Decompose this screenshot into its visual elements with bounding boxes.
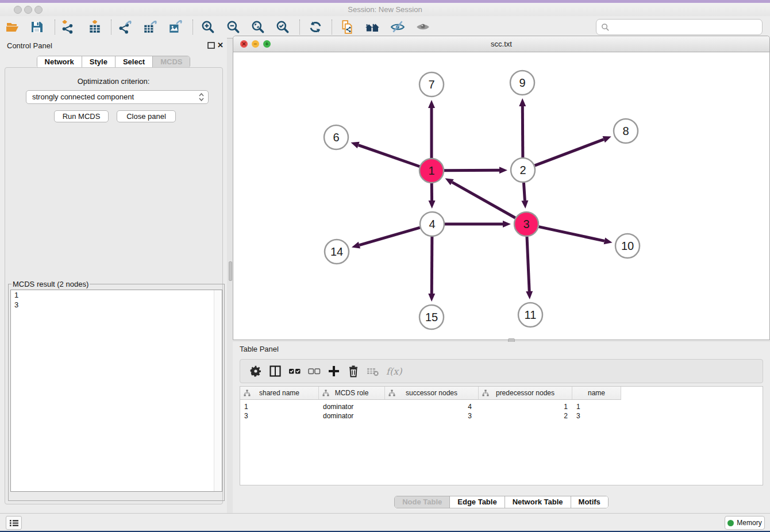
graph-edge-1-2[interactable] [444,167,507,174]
network-canvas[interactable]: 7968124314101511 [233,52,769,340]
graph-edge-3-1[interactable] [445,178,515,218]
graph-node-1[interactable]: 1 [419,159,444,183]
cell-shared-name[interactable]: 1 [240,402,319,411]
tab-motifs[interactable]: Motifs [571,496,608,508]
column-header-mcds-role[interactable]: MCDS role [319,387,385,399]
cell-shared-name[interactable]: 3 [240,411,319,421]
mcds-result-item[interactable]: 3 [11,300,222,310]
clone-network-icon [340,20,355,34]
export-table-button[interactable] [140,18,160,36]
cell-successor-nodes[interactable]: 3 [385,411,479,421]
graph-edge-2-8[interactable] [535,136,611,165]
first-neighbors-button[interactable] [362,18,383,36]
select-all-button[interactable] [285,362,305,380]
graph-node-6[interactable]: 6 [324,125,348,149]
table-row[interactable]: 1 dominator 4 1 1 [240,402,763,411]
float-panel-icon[interactable] [207,42,215,49]
tab-network-table[interactable]: Network Table [505,496,571,508]
graph-node-label: 4 [429,218,435,230]
run-mcds-button[interactable]: Run MCDS [54,110,109,122]
save-session-button[interactable] [26,18,47,36]
cell-successor-nodes[interactable]: 4 [385,402,479,411]
import-network-button[interactable] [57,18,78,36]
close-panel-icon[interactable]: ✕ [217,42,224,49]
graph-edge-4-14[interactable] [352,228,420,248]
zoom-selected-button[interactable] [272,18,293,36]
tab-network[interactable]: Network [37,56,82,68]
graph-edge-3-10[interactable] [539,227,613,245]
cell-predecessor-nodes[interactable]: 2 [479,411,572,421]
mcds-result-list[interactable]: 1 3 [10,290,222,492]
minimize-network-button[interactable]: − [252,40,259,48]
zoom-out-button[interactable] [223,18,244,36]
graph-node-15[interactable]: 15 [419,305,444,329]
toolbar-separator [299,20,300,34]
cell-mcds-role[interactable]: dominator [319,411,385,421]
graph-edge-2-9[interactable] [519,98,526,157]
open-folder-icon [5,20,20,34]
cell-name[interactable]: 1 [572,402,621,411]
result-scrollbar[interactable] [214,290,222,491]
table-settings-button[interactable] [246,362,265,380]
tab-select[interactable]: Select [116,56,153,68]
graph-node-10[interactable]: 10 [615,234,640,258]
mcds-result-item[interactable]: 1 [11,290,222,300]
zoom-in-button[interactable] [198,18,218,36]
graph-edge-1-4[interactable] [429,183,436,209]
graph-edge-3-11[interactable] [526,237,533,299]
cell-predecessor-nodes[interactable]: 1 [479,402,572,411]
graph-node-14[interactable]: 14 [325,240,349,264]
deselect-all-button[interactable] [305,362,324,380]
column-header-predecessor-nodes[interactable]: predecessor nodes [479,387,572,399]
cell-mcds-role[interactable]: dominator [319,402,385,411]
graph-node-11[interactable]: 11 [518,303,542,327]
graph-node-4[interactable]: 4 [420,212,444,236]
column-layout-button[interactable] [265,362,285,380]
graph-edge-1-7[interactable] [428,100,435,158]
graph-edge-1-6[interactable] [351,142,419,167]
add-column-button[interactable] [324,362,344,380]
search-input[interactable] [613,21,762,33]
open-session-button[interactable] [2,18,23,36]
cell-name[interactable]: 3 [572,411,621,421]
memory-button[interactable]: Memory [725,516,765,530]
graph-edge-4-15[interactable] [428,237,435,302]
task-history-button[interactable] [6,516,22,530]
graph-node-9[interactable]: 9 [510,71,534,95]
close-network-button[interactable]: ✕ [240,40,248,48]
graph-edge-4-3[interactable] [445,221,511,228]
zoom-window-button[interactable] [34,6,43,14]
close-panel-button[interactable]: Close panel [117,110,176,122]
clone-network-button[interactable] [337,18,357,36]
graph-node-7[interactable]: 7 [419,72,444,97]
tab-mcds[interactable]: MCDS [153,56,190,68]
graph-node-8[interactable]: 8 [614,119,638,143]
show-all-button[interactable] [413,18,433,36]
close-window-button[interactable] [14,6,22,14]
graph-edge-2-3[interactable] [521,183,528,209]
column-header-shared-name[interactable]: shared name [240,387,319,399]
column-header-successor-nodes[interactable]: successor nodes [385,387,479,399]
maximize-network-button[interactable]: + [263,40,271,48]
function-builder-button[interactable]: f(x) [386,366,402,377]
column-header-name[interactable]: name [572,387,621,399]
refresh-view-button[interactable] [305,18,326,36]
graph-node-2[interactable]: 2 [511,158,535,182]
import-table-button[interactable] [84,18,105,36]
delete-column-button[interactable] [344,362,363,380]
gear-icon [250,365,261,377]
minimize-window-button[interactable] [24,6,32,14]
zoom-fit-button[interactable] [248,18,268,36]
export-network-button[interactable] [115,18,136,36]
table-row[interactable]: 3 dominator 3 2 3 [240,411,763,421]
vertical-splitter-handle[interactable] [229,261,232,281]
control-panel-title: Control Panel [7,41,52,50]
export-image-button[interactable] [165,18,186,36]
delete-table-button[interactable] [363,362,383,380]
tab-edge-table[interactable]: Edge Table [450,496,505,508]
optimization-select[interactable]: strongly connected component [26,90,209,104]
graph-node-3[interactable]: 3 [514,212,538,236]
hide-selected-button[interactable] [387,18,408,36]
tab-node-table[interactable]: Node Table [395,496,450,508]
tab-style[interactable]: Style [82,56,116,68]
